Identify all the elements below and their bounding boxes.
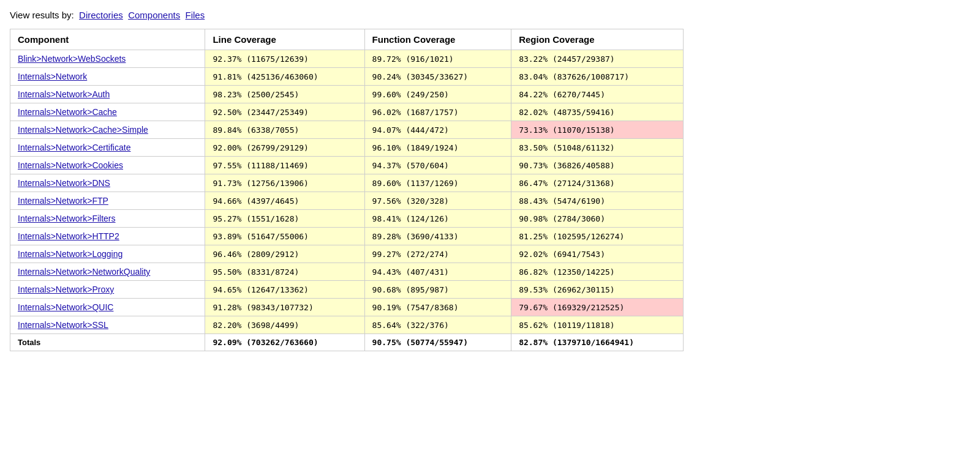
cell-region-coverage: 79.67% (169329/212525): [511, 299, 684, 316]
cell-component: Internals>Network>SSL: [10, 316, 205, 334]
cell-component: Blink>Network>WebSockets: [10, 50, 205, 68]
cell-region-coverage: 92.02% (6941/7543): [511, 245, 684, 263]
component-link[interactable]: Internals>Network>Auth: [18, 89, 110, 99]
cell-function-coverage: 90.68% (895/987): [364, 281, 511, 299]
table-row: Internals>Network>HTTP293.89% (51647/550…: [10, 228, 684, 245]
components-link[interactable]: Components: [128, 10, 180, 20]
cell-region-coverage: 86.82% (12350/14225): [511, 263, 684, 281]
table-header-row: Component Line Coverage Function Coverag…: [10, 29, 684, 50]
header-function-coverage: Function Coverage: [364, 29, 511, 50]
cell-function-coverage: 98.41% (124/126): [364, 210, 511, 228]
cell-function-coverage: 94.43% (407/431): [364, 263, 511, 281]
cell-function-coverage: 89.72% (916/1021): [364, 50, 511, 68]
table-row: Internals>Network>Certificate92.00% (267…: [10, 139, 684, 157]
cell-function-coverage: 94.07% (444/472): [364, 121, 511, 139]
cell-component: Internals>Network>QUIC: [10, 299, 205, 316]
component-link[interactable]: Internals>Network>QUIC: [18, 302, 113, 312]
component-link[interactable]: Internals>Network>Cookies: [18, 160, 123, 170]
cell-region-coverage: 81.25% (102595/126274): [511, 228, 684, 245]
coverage-table: Component Line Coverage Function Coverag…: [10, 29, 684, 351]
component-link[interactable]: Internals>Network>Certificate: [18, 143, 130, 152]
cell-line-coverage: 94.65% (12647/13362): [205, 281, 364, 299]
table-row: Internals>Network>NetworkQuality95.50% (…: [10, 263, 684, 281]
cell-line-coverage: 91.28% (98343/107732): [205, 299, 364, 316]
cell-component: Internals>Network>Filters: [10, 210, 205, 228]
totals-line: 92.09% (703262/763660): [205, 334, 364, 351]
table-row: Internals>Network>SSL82.20% (3698/4499)8…: [10, 316, 684, 334]
component-link[interactable]: Internals>Network>FTP: [18, 196, 108, 206]
cell-component: Internals>Network: [10, 68, 205, 86]
cell-component: Internals>Network>NetworkQuality: [10, 263, 205, 281]
cell-line-coverage: 93.89% (51647/55006): [205, 228, 364, 245]
cell-function-coverage: 96.02% (1687/1757): [364, 103, 511, 121]
table-row: Internals>Network>FTP94.66% (4397/4645)9…: [10, 192, 684, 210]
table-row: Internals>Network>Auth98.23% (2500/2545)…: [10, 86, 684, 103]
cell-function-coverage: 96.10% (1849/1924): [364, 139, 511, 157]
files-link[interactable]: Files: [186, 10, 205, 20]
cell-function-coverage: 94.37% (570/604): [364, 157, 511, 174]
cell-region-coverage: 82.02% (48735/59416): [511, 103, 684, 121]
table-row: Internals>Network>Proxy94.65% (12647/133…: [10, 281, 684, 299]
cell-function-coverage: 89.60% (1137/1269): [364, 174, 511, 192]
component-link[interactable]: Blink>Network>WebSockets: [18, 54, 126, 64]
table-row: Internals>Network91.81% (425136/463060)9…: [10, 68, 684, 86]
cell-function-coverage: 97.56% (320/328): [364, 192, 511, 210]
cell-region-coverage: 73.13% (11070/15138): [511, 121, 684, 139]
view-results-label: View results by:: [10, 10, 74, 20]
cell-region-coverage: 83.50% (51048/61132): [511, 139, 684, 157]
table-row: Internals>Network>Cache>Simple89.84% (63…: [10, 121, 684, 139]
cell-component: Internals>Network>Cache>Simple: [10, 121, 205, 139]
cell-line-coverage: 91.81% (425136/463060): [205, 68, 364, 86]
cell-component: Internals>Network>Proxy: [10, 281, 205, 299]
cell-component: Internals>Network>FTP: [10, 192, 205, 210]
component-link[interactable]: Internals>Network>SSL: [18, 320, 108, 330]
cell-function-coverage: 90.24% (30345/33627): [364, 68, 511, 86]
cell-region-coverage: 86.47% (27124/31368): [511, 174, 684, 192]
table-row: Internals>Network>QUIC91.28% (98343/1077…: [10, 299, 684, 316]
directories-link[interactable]: Directories: [79, 10, 123, 20]
totals-region: 82.87% (1379710/1664941): [511, 334, 684, 351]
header-component: Component: [10, 29, 205, 50]
cell-line-coverage: 92.50% (23447/25349): [205, 103, 364, 121]
component-link[interactable]: Internals>Network>HTTP2: [18, 231, 119, 241]
cell-region-coverage: 83.22% (24457/29387): [511, 50, 684, 68]
component-link[interactable]: Internals>Network>Cache>Simple: [18, 125, 148, 135]
cell-component: Internals>Network>Cache: [10, 103, 205, 121]
cell-line-coverage: 92.00% (26799/29129): [205, 139, 364, 157]
cell-region-coverage: 90.98% (2784/3060): [511, 210, 684, 228]
cell-component: Internals>Network>DNS: [10, 174, 205, 192]
cell-component: Internals>Network>Auth: [10, 86, 205, 103]
table-row: Internals>Network>Logging96.46% (2809/29…: [10, 245, 684, 263]
cell-component: Internals>Network>HTTP2: [10, 228, 205, 245]
component-link[interactable]: Internals>Network>Proxy: [18, 285, 114, 294]
cell-region-coverage: 88.43% (5474/6190): [511, 192, 684, 210]
cell-line-coverage: 96.46% (2809/2912): [205, 245, 364, 263]
table-row: Blink>Network>WebSockets92.37% (11675/12…: [10, 50, 684, 68]
cell-region-coverage: 89.53% (26962/30115): [511, 281, 684, 299]
totals-component: Totals: [10, 334, 205, 351]
table-row: Internals>Network>DNS91.73% (12756/13906…: [10, 174, 684, 192]
cell-line-coverage: 92.37% (11675/12639): [205, 50, 364, 68]
table-row: Internals>Network>Cache92.50% (23447/253…: [10, 103, 684, 121]
component-link[interactable]: Internals>Network>Filters: [18, 214, 116, 223]
cell-function-coverage: 99.60% (249/250): [364, 86, 511, 103]
cell-component: Internals>Network>Logging: [10, 245, 205, 263]
cell-function-coverage: 89.28% (3690/4133): [364, 228, 511, 245]
component-link[interactable]: Internals>Network>Cache: [18, 107, 117, 117]
table-row: Internals>Network>Cookies97.55% (11188/1…: [10, 157, 684, 174]
component-link[interactable]: Internals>Network>Logging: [18, 249, 123, 259]
cell-line-coverage: 98.23% (2500/2545): [205, 86, 364, 103]
component-link[interactable]: Internals>Network>NetworkQuality: [18, 267, 150, 277]
component-link[interactable]: Internals>Network>DNS: [18, 178, 110, 188]
cell-line-coverage: 89.84% (6338/7055): [205, 121, 364, 139]
totals-func: 90.75% (50774/55947): [364, 334, 511, 351]
header-line-coverage: Line Coverage: [205, 29, 364, 50]
cell-component: Internals>Network>Certificate: [10, 139, 205, 157]
cell-line-coverage: 94.66% (4397/4645): [205, 192, 364, 210]
cell-region-coverage: 90.73% (36826/40588): [511, 157, 684, 174]
cell-function-coverage: 85.64% (322/376): [364, 316, 511, 334]
cell-line-coverage: 82.20% (3698/4499): [205, 316, 364, 334]
cell-line-coverage: 95.27% (1551/1628): [205, 210, 364, 228]
cell-function-coverage: 99.27% (272/274): [364, 245, 511, 263]
component-link[interactable]: Internals>Network: [18, 72, 87, 81]
